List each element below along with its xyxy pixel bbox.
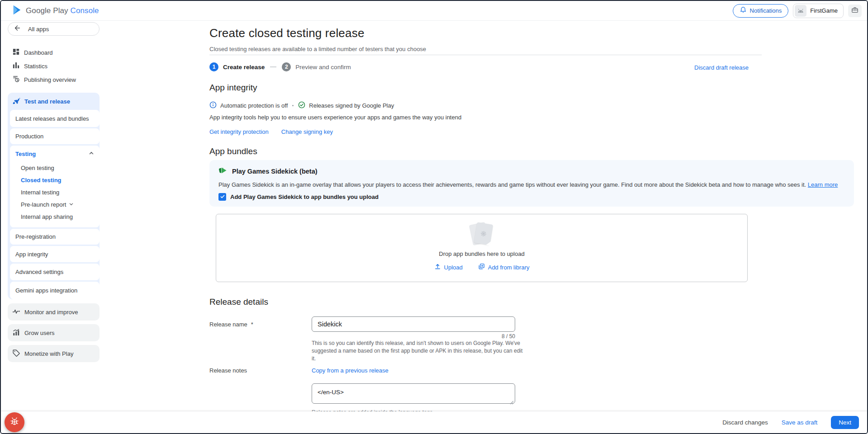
google-play-console-logo[interactable]: Google Play Console <box>13 5 99 17</box>
page-title: Create closed testing release <box>209 26 365 40</box>
resize-grip-icon[interactable] <box>510 398 514 406</box>
sidebar-item-monetize-with-play[interactable]: Monetize with Play <box>8 345 100 362</box>
sidebar-item-open-testing[interactable]: Open testing <box>10 162 100 174</box>
sidebar-item-grow-users[interactable]: Grow users <box>8 324 100 341</box>
sidebar-item-latest-releases[interactable]: Latest releases and bundles <box>10 110 100 127</box>
action-bar: Discard changes Save as draft Next <box>1 411 867 433</box>
notifications-label: Notifications <box>750 7 782 14</box>
sidebar-top-items: Dashboard Statistics Publishing overview <box>1 46 101 86</box>
sidekick-checkbox-label: Add Play Games Sidekick to app bundles y… <box>230 193 379 200</box>
sidebar-item-dashboard[interactable]: Dashboard <box>1 46 101 59</box>
sidebar-item-publishing-overview[interactable]: Publishing overview <box>1 73 101 86</box>
discard-draft-release-link[interactable]: Discard draft release <box>694 64 749 71</box>
integrity-description: App integrity tools help you to ensure u… <box>209 114 461 121</box>
play-logo-icon <box>13 5 22 17</box>
app-integrity-heading: App integrity <box>209 83 257 93</box>
sidebar-card-label: Monitor and improve <box>24 309 78 316</box>
sidebar-card-label: Monetize with Play <box>24 350 73 357</box>
step-2-label: Preview and confirm <box>295 64 351 71</box>
integrity-status-row: Automatic protection is off Releases sig… <box>209 101 394 110</box>
required-asterisk: * <box>251 321 253 328</box>
upload-icon <box>434 263 441 271</box>
add-from-library-button[interactable]: Add from library <box>478 263 530 271</box>
sub-item-label: Open testing <box>21 165 54 171</box>
sidebar-item-testing[interactable]: Testing <box>10 146 100 162</box>
get-integrity-protection-link[interactable]: Get integrity protection <box>209 128 269 135</box>
main-content: Create closed testing release Closed tes… <box>101 21 867 411</box>
dashboard-icon <box>12 48 20 57</box>
testing-label: Testing <box>15 151 36 157</box>
sidekick-description-text: Play Games Sidekick is an in-game overla… <box>218 181 808 188</box>
chevron-down-icon <box>69 201 74 208</box>
bug-icon <box>9 416 19 428</box>
sidebar-item-app-integrity[interactable]: App integrity <box>10 246 100 262</box>
account-name: FirstGame <box>810 7 838 14</box>
sidebar-item-gemini-apps-integration[interactable]: Gemini apps integration <box>10 282 100 299</box>
release-name-label-text: Release name <box>209 321 247 328</box>
release-name-helper: This is so you can identify this release… <box>312 340 525 362</box>
library-icon <box>478 263 485 271</box>
checkbox-check-icon <box>220 193 225 201</box>
play-console-window: Google Play Console Notifications FirstG… <box>0 0 868 434</box>
sidebar-item-monitor-and-improve[interactable]: Monitor and improve <box>8 303 100 321</box>
sidebar-item-pre-registration[interactable]: Pre-registration <box>10 229 100 245</box>
header-actions: Notifications FirstGame <box>733 4 862 18</box>
sidebar-item-closed-testing[interactable]: Closed testing <box>10 174 100 186</box>
release-notes-textarea[interactable]: </en-US> <box>312 383 515 404</box>
test-and-release-group: Test and release Latest releases and bun… <box>8 93 100 299</box>
notifications-button[interactable]: Notifications <box>733 4 789 18</box>
statistics-icon <box>12 61 20 71</box>
sidebar-card-label: Pre-registration <box>15 233 56 240</box>
learn-more-link[interactable]: Learn more <box>808 181 838 188</box>
sidebar-testing-section: Testing Open testing Closed testing Inte… <box>10 146 100 227</box>
sidebar-item-pre-launch-report[interactable]: Pre-launch report <box>10 198 100 211</box>
sidebar-item-label: Dashboard <box>24 49 53 56</box>
bundle-dropzone[interactable]: Drop app bundles here to upload Upload A… <box>216 214 748 282</box>
copy-from-previous-release-link[interactable]: Copy from a previous release <box>312 367 389 374</box>
sub-item-label: Internal testing <box>21 189 59 196</box>
play-games-icon <box>218 166 228 177</box>
all-apps-label: All apps <box>28 26 49 33</box>
upload-button[interactable]: Upload <box>434 263 463 271</box>
sub-item-label: Internal app sharing <box>21 213 73 220</box>
developer-tools-button[interactable] <box>848 5 862 17</box>
header-divider <box>209 55 762 55</box>
account-chip[interactable]: FirstGame <box>793 4 844 18</box>
release-name-label: Release name* <box>209 321 253 328</box>
bell-icon <box>740 6 747 15</box>
upload-label: Upload <box>444 264 463 271</box>
logo-product-text: Console <box>71 6 99 15</box>
page-subtitle: Closed testing releases are available to… <box>209 46 426 52</box>
protection-status-text: Automatic protection is off <box>220 102 288 109</box>
sidekick-title: Play Games Sidekick (beta) <box>232 168 318 175</box>
sidebar-item-internal-app-sharing[interactable]: Internal app sharing <box>10 211 100 223</box>
change-signing-key-link[interactable]: Change signing key <box>281 128 333 135</box>
dropzone-text: Drop app bundles here to upload <box>216 250 747 257</box>
sidebar-item-statistics[interactable]: Statistics <box>1 59 101 73</box>
save-as-draft-button[interactable]: Save as draft <box>782 419 818 426</box>
sidebar-card-label: Latest releases and bundles <box>15 115 89 122</box>
sidebar-item-internal-testing[interactable]: Internal testing <box>10 186 100 198</box>
rocket-icon <box>12 97 20 106</box>
sidebar-item-advanced-settings[interactable]: Advanced settings <box>10 264 100 280</box>
sidebar-card-label: App integrity <box>15 251 48 258</box>
sidebar-item-production[interactable]: Production <box>10 128 100 144</box>
app-bundles-heading: App bundles <box>209 146 257 156</box>
sidebar-card-label: Advanced settings <box>15 269 63 275</box>
chevron-up-icon <box>89 150 94 158</box>
step-connector <box>270 66 276 67</box>
sidebar-card-label: Grow users <box>24 330 54 336</box>
sidebar-item-test-and-release[interactable]: Test and release <box>8 93 100 110</box>
discard-changes-button[interactable]: Discard changes <box>722 419 768 426</box>
status-separator-dot <box>292 105 294 106</box>
release-name-input[interactable] <box>312 316 515 332</box>
sidekick-checkbox[interactable] <box>218 193 226 201</box>
back-arrow-icon <box>14 24 21 33</box>
pulse-icon <box>12 307 20 317</box>
all-apps-back-button[interactable]: All apps <box>8 22 100 36</box>
android-icon <box>795 5 806 17</box>
publishing-overview-icon <box>12 75 20 84</box>
report-bug-fab[interactable] <box>5 412 24 432</box>
sidebar-card-label: Production <box>15 133 43 140</box>
next-button[interactable]: Next <box>831 416 859 429</box>
